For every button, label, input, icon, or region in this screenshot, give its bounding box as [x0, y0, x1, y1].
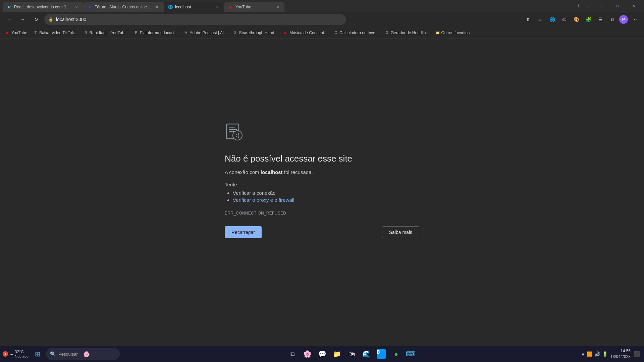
bookmark-bm-musica[interactable]: ▶ Música de Concent...: [281, 28, 330, 37]
tab-favicon-tab-react: R: [7, 4, 12, 10]
bookmark-label-bm-plataforma: Plataforma educaci...: [140, 31, 178, 35]
sidebar-icon[interactable]: ⧉: [607, 14, 618, 25]
battery-icon[interactable]: 🔋: [602, 351, 608, 357]
browser-tab-tab-localhost[interactable]: 🌐 localhost ✕: [164, 2, 224, 12]
taskbar-app-chrome[interactable]: ●: [389, 347, 403, 361]
error-code: ERR_CONNECTION_REFUSED: [225, 211, 286, 216]
bookmark-bm-baixar[interactable]: T Baixar video TikTok...: [31, 28, 80, 37]
taskbar-app-icon-task-view: ⧉: [290, 350, 295, 358]
bookmark-bm-calculadora[interactable]: C Calculadora de Inve...: [331, 28, 381, 37]
bookmark-bm-adobe[interactable]: A Adobe Podcast | Al...: [181, 28, 229, 37]
forward-button[interactable]: →: [17, 14, 28, 25]
coupon-icon[interactable]: 🏷: [559, 14, 570, 25]
bookmark-label-bm-adobe: Adobe Podcast | Al...: [190, 31, 227, 35]
svg-text::(: :(: [236, 132, 239, 138]
bookmark-bm-gerador[interactable]: G Gerador de Headlin...: [382, 28, 432, 37]
bookmark-bm-plataforma[interactable]: P Plataforma educaci...: [131, 28, 180, 37]
error-page-icon: :(: [225, 123, 244, 141]
taskbar-app-icon-store: 🛍: [348, 350, 355, 358]
share-icon[interactable]: ⬆: [523, 14, 533, 25]
bookmark-label-bm-musica: Música de Concent...: [289, 31, 327, 35]
tabs-container: R React: desenvolvendo com JavaS... ✕ A …: [3, 0, 572, 12]
colorful-icon[interactable]: 🎨: [571, 14, 582, 25]
bookmark-bm-sharethrough[interactable]: S Sharethrough Head...: [230, 28, 280, 37]
taskbar-app-widgets[interactable]: 🌸: [301, 347, 314, 361]
address-lock-icon: 🔒: [48, 17, 53, 22]
tab-overflow-button[interactable]: ⌄: [583, 1, 594, 11]
browser-tab-tab-youtube[interactable]: ▶ YouTube ✕: [224, 2, 284, 12]
taskbar-clock[interactable]: 14:56 13/04/2023: [610, 348, 631, 360]
learn-more-button[interactable]: Saiba mais: [382, 226, 419, 238]
start-button[interactable]: ⊞: [31, 347, 45, 361]
menu-icon[interactable]: ⋯: [629, 14, 640, 25]
browser-tab-tab-alura[interactable]: A Fórum | Alura - Cursos online de... ✕: [83, 2, 164, 12]
taskbar-weather[interactable]: 1 ☁ 32°C Nublado: [3, 350, 29, 358]
show-desktop-button[interactable]: ⬛: [633, 350, 641, 358]
bookmark-bm-youtube[interactable]: ▶ YouTube: [3, 28, 30, 37]
taskbar-app-explorer[interactable]: 📁: [330, 347, 344, 361]
page-content: :( Não é possível acessar esse site A co…: [0, 39, 644, 349]
volume-icon[interactable]: 🔊: [594, 351, 600, 357]
bookmark-favicon-bm-rapidtags: R: [84, 31, 88, 35]
chevron-up-icon[interactable]: ∧: [581, 351, 585, 357]
taskbar-app-icon-widgets: 🌸: [303, 350, 312, 358]
tab-close-tab-localhost[interactable]: ✕: [215, 4, 220, 10]
favorites-icon[interactable]: ☆: [535, 14, 545, 25]
maximize-button[interactable]: □: [610, 0, 625, 12]
new-tab-button[interactable]: +: [574, 1, 583, 11]
error-subtitle-suffix: foi recusada.: [283, 169, 313, 175]
taskbar-app-edge[interactable]: 🌊: [360, 347, 373, 361]
taskbar-app-task-view[interactable]: ⧉: [286, 347, 300, 361]
favorites-bar-icon[interactable]: ☰: [595, 14, 606, 25]
profile-avatar[interactable]: P: [619, 15, 628, 24]
title-bar: R React: desenvolvendo com JavaS... ✕ A …: [0, 0, 644, 12]
reload-button[interactable]: Recarregar: [225, 226, 262, 238]
extensions-icon[interactable]: 🧩: [583, 14, 594, 25]
error-suggestions-list: Verificar a conexãoVerificar o proxy e o…: [225, 190, 294, 204]
browser-window: R React: desenvolvendo com JavaS... ✕ A …: [0, 0, 644, 349]
toolbar-icons: ⬆ ☆ 🌐 🏷 🎨 🧩 ☰ ⧉ P ⋯: [523, 14, 640, 25]
window-controls: ─ □ ✕: [594, 0, 641, 12]
taskbar-app-chat[interactable]: 💬: [316, 347, 329, 361]
taskbar-search-box[interactable]: 🔍 Pesquisar 🌸: [46, 348, 120, 360]
edge-icon[interactable]: 🌐: [547, 14, 557, 25]
taskbar-app-icon-explorer: 📁: [333, 350, 341, 358]
error-try-label: Tente:: [225, 182, 238, 187]
refresh-button[interactable]: ↻: [31, 14, 42, 25]
address-bar-row: ← → ↻ 🔒 localhost:3000 ⬆ ☆ 🌐 🏷 🎨 🧩 ☰ ⧉ P…: [0, 12, 644, 27]
bookmark-favicon-bm-adobe: A: [183, 31, 188, 35]
taskbar-app-bing[interactable]: B: [375, 347, 388, 361]
bookmark-bm-rapidtags[interactable]: R Rapidtags | YouTub...: [81, 28, 130, 37]
address-bar[interactable]: 🔒 localhost:3000: [44, 14, 346, 25]
weather-condition: Nublado: [15, 354, 29, 358]
tab-title-tab-localhost: localhost: [175, 5, 213, 9]
bookmark-label-bm-baixar: Baixar video TikTok...: [39, 31, 77, 35]
close-button[interactable]: ✕: [626, 0, 641, 12]
tab-close-tab-alura[interactable]: ✕: [154, 4, 160, 10]
tab-title-tab-youtube: YouTube: [235, 5, 273, 9]
clock-time: 14:56: [610, 348, 631, 354]
error-subtitle-bold: localhost: [261, 169, 283, 175]
bookmark-favicon-bm-sharethrough: S: [233, 31, 238, 35]
tab-close-tab-youtube[interactable]: ✕: [275, 4, 280, 10]
taskbar-app-vscode[interactable]: ⌨: [404, 347, 418, 361]
taskbar: 1 ☁ 32°C Nublado ⊞ 🔍 Pesquisar 🌸 ⧉🌸💬📁🛍🌊B…: [0, 346, 644, 362]
taskbar-apps: ⧉🌸💬📁🛍🌊B●⌨: [122, 347, 581, 361]
error-title: Não é possível acessar esse site: [225, 154, 352, 164]
tab-favicon-tab-youtube: ▶: [228, 4, 233, 10]
taskbar-notification-badge: 1: [3, 351, 8, 357]
taskbar-search-placeholder: Pesquisar: [58, 352, 78, 357]
tab-close-tab-react[interactable]: ✕: [74, 4, 79, 10]
suggestion-link-sug-proxy[interactable]: Verificar o proxy e o firewall: [233, 197, 294, 203]
taskbar-app-icon-edge: 🌊: [362, 350, 371, 358]
taskbar-app-icon-chat: 💬: [318, 350, 326, 358]
browser-tab-tab-react[interactable]: R React: desenvolvendo com JavaS... ✕: [3, 2, 83, 12]
wifi-icon[interactable]: 📶: [587, 351, 592, 357]
suggestion-sug-proxy[interactable]: Verificar o proxy e o firewall: [233, 197, 294, 203]
taskbar-app-icon-vscode: ⌨: [406, 350, 416, 358]
taskbar-app-store[interactable]: 🛍: [345, 347, 359, 361]
back-button[interactable]: ←: [4, 14, 15, 25]
taskbar-system-icons: ∧ 📶 🔊 🔋: [581, 351, 608, 357]
minimize-button[interactable]: ─: [594, 0, 609, 12]
bookmark-bm-outros[interactable]: 📁 Outros favoritos: [433, 28, 473, 37]
